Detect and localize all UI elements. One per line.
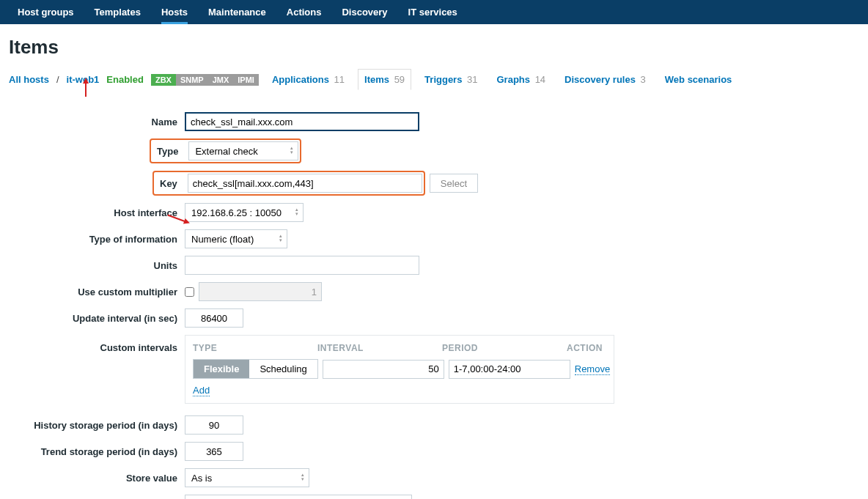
tab-label: Items [364,74,389,85]
ci-interval-input[interactable] [323,360,444,379]
tab-count: 31 [467,74,477,85]
toi-label: Type of information [9,234,185,245]
host-status: Enabled [106,74,144,85]
key-label: Key [155,178,182,189]
custom-intervals-table: TYPE INTERVAL PERIOD ACTION Flexible Sch… [185,335,614,404]
breadcrumb-all-hosts[interactable]: All hosts [9,74,49,85]
show-value-select-wrap: As is [185,495,412,499]
name-label: Name [9,117,185,127]
units-input[interactable] [185,256,419,275]
ci-type-segment: Flexible Scheduling [193,359,318,379]
tab-items[interactable]: Items 59 [358,69,411,90]
sub-nav: All hosts / it-web1 Enabled ZBX SNMP JMX… [9,69,859,90]
tab-label: Web scenarios [665,74,732,85]
ci-scheduling-button[interactable]: Scheduling [249,360,317,378]
tab-label: Triggers [424,74,462,85]
tab-triggers[interactable]: Triggers 31 [419,70,483,89]
history-label: History storage period (in days) [9,420,185,431]
multiplier-label: Use custom multiplier [9,287,185,297]
key-highlight: Key [152,171,425,196]
type-select[interactable]: External check [189,142,298,160]
nav-maintenance[interactable]: Maintenance [198,0,276,24]
units-label: Units [9,260,185,271]
name-frame [185,112,419,131]
ci-period-input[interactable] [449,360,570,379]
ci-add-link[interactable]: Add [193,385,210,396]
show-value-select[interactable]: As is [185,495,411,499]
multiplier-checkbox[interactable] [185,287,194,297]
custom-intervals-label: Custom intervals [9,335,185,353]
badge-jmx: JMX [208,74,234,86]
toi-select-wrap: Numeric (float) [185,229,287,248]
hostif-label: Host interface [9,207,185,218]
ci-head-action: ACTION [567,343,606,353]
tab-count: 14 [535,74,545,85]
top-nav: Host groups Templates Hosts Maintenance … [0,0,868,24]
tab-count: 59 [394,74,405,85]
badge-ipmi: IPMI [233,74,259,86]
nav-templates[interactable]: Templates [84,0,151,24]
tab-label: Applications [272,74,329,85]
nav-actions[interactable]: Actions [276,0,332,24]
tab-label: Graphs [497,74,531,85]
tab-count: 11 [334,74,345,85]
trend-label: Trend storage period (in days) [9,446,185,457]
page-title: Items [9,36,859,59]
name-input[interactable] [186,114,418,130]
nav-hosts[interactable]: Hosts [151,0,198,24]
breadcrumb-sep: / [56,74,59,85]
annotation-arrow-icon [85,82,87,97]
tab-graphs[interactable]: Graphs 14 [491,70,552,89]
tab-web-scenarios[interactable]: Web scenarios [659,70,738,89]
nav-it-services[interactable]: IT services [398,0,468,24]
hostif-select-wrap: 192.168.6.25 : 10050 [185,203,304,222]
store-value-select[interactable]: As is [185,469,309,487]
tab-applications[interactable]: Applications 11 [266,70,350,89]
type-select-wrap: External check [188,141,298,160]
toi-select[interactable]: Numeric (float) [185,230,287,248]
hostif-select[interactable]: 192.168.6.25 : 10050 [185,204,303,221]
update-interval-label: Update interval (in sec) [9,313,185,324]
tab-count: 3 [641,74,646,85]
ci-head-type: TYPE [193,343,317,353]
ci-flexible-button[interactable]: Flexible [194,360,249,378]
type-label: Type [152,146,183,157]
key-select-button[interactable]: Select [430,174,478,193]
history-input[interactable] [185,415,243,435]
update-interval-input[interactable] [185,308,243,328]
badge-zbx: ZBX [151,74,176,86]
item-form: Name Type External check [9,102,859,499]
badge-snmp: SNMP [176,74,208,86]
trend-input[interactable] [185,442,243,461]
store-value-select-wrap: As is [185,468,309,487]
store-value-label: Store value [9,473,185,484]
tab-discovery-rules[interactable]: Discovery rules 3 [559,70,652,89]
multiplier-input [199,282,322,301]
ci-remove-link[interactable]: Remove [575,363,610,375]
nav-host-groups[interactable]: Host groups [7,0,84,24]
agent-badges: ZBX SNMP JMX IPMI [151,74,259,86]
ci-head-period: PERIOD [442,343,567,353]
key-input[interactable] [188,174,422,193]
nav-discovery[interactable]: Discovery [331,0,397,24]
ci-head-interval: INTERVAL [317,343,442,353]
type-highlight: Type External check [150,138,301,163]
tab-label: Discovery rules [564,74,636,85]
